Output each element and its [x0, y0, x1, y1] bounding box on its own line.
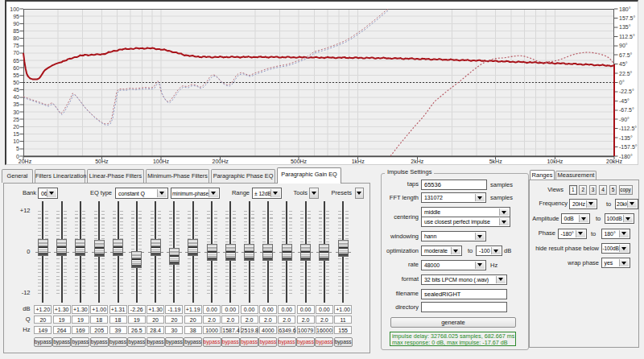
svg-text:50: 50 [13, 80, 19, 85]
svg-text:-157.5°: -157.5° [619, 144, 638, 150]
svg-text:-112.5°: -112.5° [619, 126, 637, 131]
svg-text:1kHz: 1kHz [352, 159, 365, 164]
svg-text:45°: 45° [619, 61, 628, 67]
svg-text:50Hz: 50Hz [95, 159, 109, 164]
svg-text:30: 30 [13, 109, 19, 115]
svg-text:100: 100 [10, 6, 19, 12]
svg-text:5kHz: 5kHz [489, 159, 502, 164]
svg-text:20kHz: 20kHz [606, 159, 622, 164]
svg-text:35: 35 [13, 101, 19, 107]
svg-text:70: 70 [13, 50, 19, 56]
svg-text:112.5°: 112.5° [619, 34, 635, 39]
svg-text:157.5°: 157.5° [619, 15, 636, 21]
svg-text:75: 75 [13, 43, 19, 48]
svg-text:-22.5°: -22.5° [619, 89, 634, 94]
svg-text:22.5°: 22.5° [619, 71, 633, 76]
svg-text:-45°: -45° [619, 98, 630, 104]
svg-text:20Hz: 20Hz [19, 159, 32, 164]
svg-text:45: 45 [13, 87, 19, 93]
svg-text:25: 25 [13, 117, 19, 122]
svg-text:90: 90 [13, 21, 19, 27]
svg-text:40: 40 [13, 94, 19, 100]
svg-text:80: 80 [13, 35, 19, 41]
svg-text:85: 85 [13, 28, 19, 34]
svg-text:15: 15 [13, 131, 19, 137]
svg-text:500Hz: 500Hz [291, 159, 308, 164]
svg-text:135°: 135° [619, 24, 631, 30]
svg-text:55: 55 [13, 72, 19, 78]
svg-text:180°: 180° [619, 6, 631, 12]
svg-text:-90°: -90° [619, 117, 630, 122]
svg-text:-135°: -135° [619, 135, 633, 141]
svg-text:-67.5°: -67.5° [619, 107, 634, 113]
svg-text:60: 60 [13, 65, 19, 71]
svg-text:0°: 0° [619, 80, 625, 85]
svg-text:100Hz: 100Hz [153, 159, 170, 164]
svg-text:20: 20 [13, 124, 19, 130]
svg-text:10: 10 [13, 138, 19, 144]
svg-text:65: 65 [13, 58, 19, 64]
svg-text:95: 95 [13, 14, 19, 19]
svg-text:67.5°: 67.5° [619, 52, 633, 58]
svg-text:5: 5 [16, 146, 19, 151]
svg-text:2kHz: 2kHz [411, 159, 423, 164]
svg-text:200Hz: 200Hz [213, 159, 229, 164]
svg-text:90°: 90° [619, 43, 628, 48]
svg-text:10kHz: 10kHz [547, 159, 563, 164]
